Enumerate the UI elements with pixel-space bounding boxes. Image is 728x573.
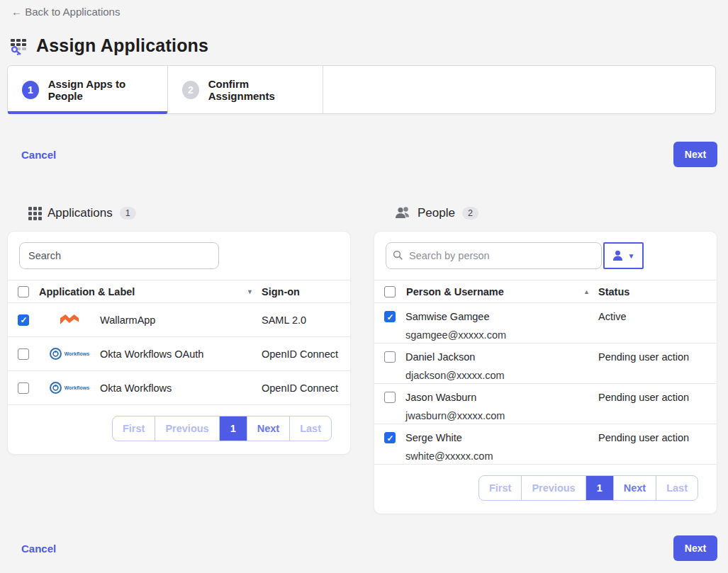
people-search-row: ▼ bbox=[374, 232, 717, 280]
person-name: Daniel Jackson bbox=[405, 351, 598, 363]
app-signon: SAML 2.0 bbox=[262, 314, 350, 326]
person-username: jwasburn@xxxxx.com bbox=[405, 410, 598, 421]
applications-table-header: Application & Label ▼ Sign-on bbox=[8, 280, 350, 303]
people-pagination: First Previous 1 Next Last bbox=[478, 475, 698, 501]
okta-workflows-logo-icon: Workflows bbox=[39, 382, 100, 394]
pagination-previous-button[interactable]: Previous bbox=[522, 476, 586, 500]
back-to-applications-link[interactable]: ← Back to Applications bbox=[11, 6, 120, 18]
sort-asc-icon[interactable]: ▲ bbox=[583, 288, 590, 295]
person-row-checkbox[interactable] bbox=[384, 351, 396, 363]
sort-desc-icon[interactable]: ▼ bbox=[247, 288, 253, 295]
pagination-next-button[interactable]: Next bbox=[247, 416, 290, 441]
app-row-checkbox[interactable] bbox=[18, 382, 29, 394]
table-row[interactable]: Serge White swhite@xxxxx.com Pending use… bbox=[374, 424, 717, 465]
assign-applications-grid-key-icon bbox=[10, 36, 29, 55]
person-status: Pending user action bbox=[598, 351, 717, 363]
people-count-badge: 2 bbox=[462, 207, 478, 220]
table-row[interactable]: Samwise Gamgee sgamgee@xxxxx.com Active bbox=[374, 303, 717, 344]
wizard-tabbar: 1 Assign Apps to People 2 Confirm Assign… bbox=[7, 65, 716, 114]
person-name: Samwise Gamgee bbox=[405, 311, 598, 322]
okta-workflows-logo-icon: Workflows bbox=[39, 348, 100, 360]
person-username: swhite@xxxxx.com bbox=[405, 450, 598, 462]
person-row-checkbox[interactable] bbox=[384, 432, 396, 443]
app-name: Okta Workflows OAuth bbox=[100, 348, 203, 360]
tab-confirm-assignments[interactable]: 2 Confirm Assignments bbox=[168, 66, 323, 113]
person-status: Pending user action bbox=[598, 432, 717, 443]
person-username: sgamgee@xxxxx.com bbox=[405, 329, 598, 341]
applications-search-input[interactable] bbox=[19, 242, 219, 269]
person-status: Pending user action bbox=[598, 392, 717, 403]
applications-search-row bbox=[8, 232, 350, 280]
pagination-first-button[interactable]: First bbox=[479, 476, 522, 500]
pagination-last-button[interactable]: Last bbox=[290, 416, 331, 441]
signon-col-label: Sign-on bbox=[262, 286, 350, 297]
pagination-last-button[interactable]: Last bbox=[656, 476, 698, 500]
tab-label: Confirm Assignments bbox=[208, 78, 308, 102]
person-name: Jason Wasburn bbox=[405, 392, 598, 403]
people-search-input[interactable] bbox=[386, 242, 602, 269]
wallarm-logo-icon bbox=[39, 313, 100, 327]
app-name: WallarmApp bbox=[100, 314, 155, 326]
person-name: Serge White bbox=[405, 432, 598, 443]
applications-section-title: Applications bbox=[47, 206, 113, 220]
person-col-label[interactable]: Person & Username bbox=[406, 286, 504, 297]
applications-grid-icon bbox=[28, 207, 42, 220]
person-row-checkbox[interactable] bbox=[384, 311, 396, 322]
applications-pagination: First Previous 1 Next Last bbox=[112, 416, 332, 441]
people-filter-dropdown[interactable]: ▼ bbox=[603, 242, 644, 269]
tab-assign-apps-to-people[interactable]: 1 Assign Apps to People bbox=[8, 66, 168, 113]
applications-pagination-row: First Previous 1 Next Last bbox=[8, 405, 350, 454]
table-row[interactable]: Workflows Okta Workflows OpenID Connect bbox=[8, 371, 350, 405]
pagination-page-1-button[interactable]: 1 bbox=[586, 476, 614, 500]
people-table-header: Person & Username ▲ Status bbox=[374, 280, 717, 303]
applications-card: Application & Label ▼ Sign-on WallarmApp… bbox=[7, 231, 351, 455]
tab-label: Assign Apps to People bbox=[48, 78, 153, 102]
pagination-previous-button[interactable]: Previous bbox=[155, 416, 219, 441]
workflows-logo-text: Workflows bbox=[65, 351, 89, 356]
person-username: djackson@xxxxx.com bbox=[405, 370, 598, 381]
people-select-all-checkbox[interactable] bbox=[384, 286, 396, 297]
pagination-next-button[interactable]: Next bbox=[614, 476, 656, 500]
cancel-link-bottom[interactable]: Cancel bbox=[21, 543, 56, 555]
next-button-bottom[interactable]: Next bbox=[673, 535, 717, 561]
table-row[interactable]: WallarmApp SAML 2.0 bbox=[8, 303, 350, 337]
pagination-page-1-button[interactable]: 1 bbox=[220, 416, 247, 441]
applications-section-header: Applications 1 bbox=[7, 204, 351, 222]
app-name: Okta Workflows bbox=[100, 382, 172, 394]
pagination-first-button[interactable]: First bbox=[113, 416, 155, 441]
people-column: People 2 ▼ bbox=[374, 204, 717, 514]
applications-col-label[interactable]: Application & Label bbox=[39, 286, 135, 297]
app-row-checkbox[interactable] bbox=[18, 314, 29, 326]
applications-count-badge: 1 bbox=[120, 207, 136, 220]
person-row-checkbox[interactable] bbox=[384, 392, 396, 403]
step-2-badge: 2 bbox=[182, 81, 199, 99]
table-row[interactable]: Jason Wasburn jwasburn@xxxxx.com Pending… bbox=[374, 384, 717, 424]
step-1-badge: 1 bbox=[22, 81, 39, 99]
app-signon: OpenID Connect bbox=[262, 382, 350, 394]
chevron-down-icon: ▼ bbox=[628, 252, 635, 260]
page-title-row: Assign Applications bbox=[10, 35, 208, 56]
applications-column: Applications 1 Application & Label ▼ Sig… bbox=[7, 204, 351, 455]
table-row[interactable]: Workflows Okta Workflows OAuth OpenID Co… bbox=[8, 337, 350, 371]
table-row[interactable]: Daniel Jackson djackson@xxxxx.com Pendin… bbox=[374, 344, 717, 384]
people-section-title: People bbox=[418, 206, 455, 220]
cancel-link-top[interactable]: Cancel bbox=[21, 149, 56, 161]
people-card: ▼ Person & Username ▲ Status Samwise Gam… bbox=[374, 231, 717, 514]
people-section-header: People 2 bbox=[374, 204, 717, 222]
app-row-checkbox[interactable] bbox=[18, 348, 29, 360]
app-signon: OpenID Connect bbox=[262, 348, 350, 360]
page-title: Assign Applications bbox=[36, 35, 208, 56]
status-col-label: Status bbox=[598, 286, 717, 297]
next-button-top[interactable]: Next bbox=[673, 142, 717, 167]
applications-select-all-checkbox[interactable] bbox=[18, 286, 29, 297]
workflows-logo-text: Workflows bbox=[65, 385, 89, 390]
people-icon bbox=[395, 206, 412, 220]
person-icon bbox=[612, 250, 623, 261]
person-status: Active bbox=[598, 311, 717, 322]
people-pagination-row: First Previous 1 Next Last bbox=[374, 465, 717, 514]
